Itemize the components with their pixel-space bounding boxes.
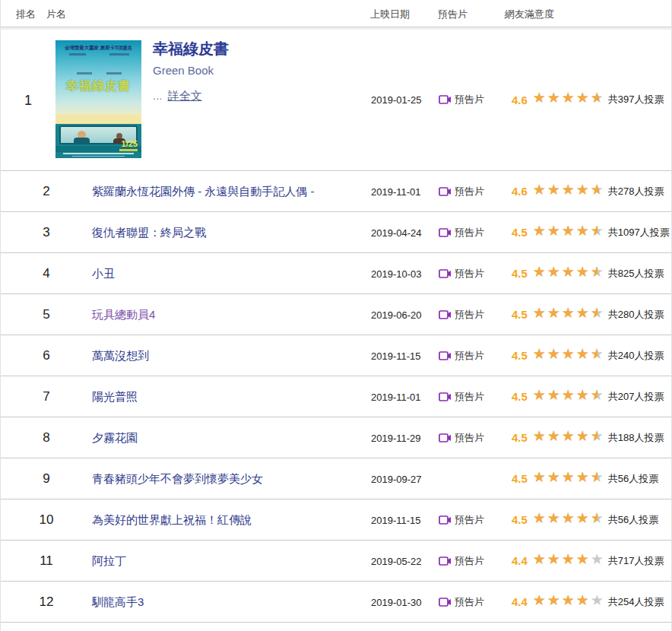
- star-full-icon: ★★: [562, 429, 576, 444]
- movie-title-link[interactable]: 陽光普照: [92, 389, 138, 402]
- video-camera-icon: [439, 268, 452, 279]
- star-half-icon: ★★: [591, 429, 605, 444]
- star-half-icon: ★★: [591, 306, 605, 321]
- star-half-icon: ★★: [591, 90, 605, 106]
- read-more-link[interactable]: 詳全文: [168, 89, 202, 102]
- satisfaction-cell: 4.4 ★★★★★★★★★★ 共717人投票: [512, 552, 670, 570]
- rank-number: 6: [31, 348, 62, 363]
- poster-title: 幸福綠皮書: [55, 78, 141, 94]
- video-camera-icon: [439, 515, 452, 525]
- poster-tagline: 金球獎最大贏家 奧斯卡5項提名: [59, 44, 138, 51]
- rating-value: 4.5: [512, 431, 528, 444]
- star-full-icon: ★★: [576, 306, 591, 321]
- star-rating: ★★★★★★★★★★: [533, 552, 605, 570]
- star-full-icon: ★★: [547, 90, 562, 106]
- poster-art-credit: [77, 72, 92, 75]
- star-full-icon: ★★: [562, 388, 576, 403]
- trailer-button[interactable]: 預告片: [439, 513, 484, 527]
- trailer-button[interactable]: 預告片: [439, 595, 484, 609]
- rank-number: 5: [31, 307, 62, 322]
- movie-title-link[interactable]: 紫羅蘭永恆花園外傳 - 永遠與自動手記人偶 -: [92, 184, 315, 197]
- satisfaction-cell: 4.6 ★★★★★★★★★★ 共397人投票: [512, 90, 670, 109]
- star-full-icon: ★★: [533, 552, 547, 567]
- table-row: 11 阿拉丁 2019-05-22 預告片 4.4 ★★★★★★★★★★ 共71…: [1, 541, 671, 582]
- vote-count: 共280人投票: [608, 308, 664, 322]
- poster-art-driver-body: [74, 138, 90, 144]
- trailer-button[interactable]: 預告片: [439, 308, 484, 322]
- rating-value: 4.4: [512, 554, 528, 567]
- release-date: 2019-11-15: [371, 350, 421, 361]
- poster-art-car: 1/25: [55, 124, 141, 158]
- poster-art-credit: [106, 72, 122, 75]
- star-full-icon: ★★: [547, 306, 562, 321]
- table-row: 6 萬萬沒想到 2019-11-15 預告片 4.5 ★★★★★★★★★★ 共2…: [1, 335, 671, 376]
- vote-count: 共1097人投票: [608, 226, 670, 239]
- trailer-button[interactable]: 預告片: [439, 267, 484, 281]
- satisfaction-cell: 4.5 ★★★★★★★★★★ 共207人投票: [512, 388, 670, 406]
- star-half-icon: ★★: [591, 182, 605, 198]
- movie-title-link[interactable]: 復仇者聯盟：終局之戰: [92, 225, 206, 238]
- video-camera-icon: [439, 350, 452, 361]
- star-full-icon: ★★: [547, 511, 562, 526]
- rating-value: 4.4: [512, 595, 528, 608]
- rank-number: 9: [31, 471, 62, 487]
- video-camera-icon: [439, 433, 452, 443]
- star-full-icon: ★★: [562, 224, 576, 239]
- movie-title-link[interactable]: 青春豬頭少年不會夢到懷夢美少女: [92, 471, 263, 484]
- table-row: 8 夕霧花園 2019-11-29 預告片 4.5 ★★★★★★★★★★ 共18…: [1, 417, 671, 458]
- star-empty-icon: ★★: [591, 552, 605, 567]
- star-rating: ★★★★★★★★★★: [533, 182, 605, 201]
- rating-value: 4.5: [512, 472, 528, 485]
- column-header-trailer: 預告片: [438, 8, 468, 21]
- vote-count: 共188人投票: [608, 431, 664, 445]
- trailer-button[interactable]: 預告片: [439, 185, 484, 198]
- movie-title-link[interactable]: 小丑: [92, 266, 115, 279]
- poster-art-credits-line: [72, 156, 125, 157]
- satisfaction-cell: 4.5 ★★★★★★★★★★ 共825人投票: [512, 265, 670, 283]
- trailer-button[interactable]: 預告片: [439, 431, 484, 445]
- trailer-button[interactable]: 預告片: [439, 349, 484, 363]
- movie-title-link[interactable]: 幸福綠皮書: [153, 39, 229, 59]
- trailer-label: 預告片: [455, 267, 484, 281]
- movie-ranking-table: 排名 片名 上映日期 預告片 網友滿意度 1 金球獎最大贏家 奧斯卡5項提名 幸…: [0, 0, 672, 631]
- movie-title-link[interactable]: 阿拉丁: [92, 553, 126, 566]
- star-full-icon: ★★: [533, 90, 547, 106]
- movie-title-link[interactable]: 為美好的世界獻上祝福！紅傳說: [92, 512, 252, 525]
- table-row: 10 為美好的世界獻上祝福！紅傳說 2019-11-15 預告片 4.5 ★★★…: [1, 499, 671, 541]
- movie-title-link[interactable]: 玩具總動員4: [92, 307, 155, 320]
- star-rating: ★★★★★★★★★★: [533, 347, 605, 365]
- vote-count: 共825人投票: [608, 267, 664, 281]
- poster-art-credit: [109, 53, 129, 55]
- table-row: 4 小丑 2019-10-03 預告片 4.5 ★★★★★★★★★★ 共825人…: [1, 253, 671, 294]
- table-row: 5 玩具總動員4 2019-06-20 預告片 4.5 ★★★★★★★★★★ 共…: [1, 294, 671, 335]
- star-full-icon: ★★: [562, 182, 576, 198]
- trailer-label: 預告片: [455, 308, 484, 322]
- movie-title-link[interactable]: 馴龍高手3: [92, 595, 144, 607]
- movie-title-link[interactable]: 夕霧花園: [92, 430, 138, 443]
- star-full-icon: ★★: [562, 306, 576, 321]
- movie-poster[interactable]: 金球獎最大贏家 奧斯卡5項提名 幸福綠皮書 1/25: [55, 40, 141, 158]
- trailer-button[interactable]: 預告片: [439, 93, 484, 106]
- star-full-icon: ★★: [533, 224, 547, 239]
- trailer-button[interactable]: 預告片: [439, 554, 484, 568]
- star-half-icon: ★★: [591, 265, 605, 280]
- movie-title-link[interactable]: 萬萬沒想到: [92, 348, 149, 361]
- poster-art-sky: [55, 40, 141, 115]
- satisfaction-cell: 4.4 ★★★★★★★★★★ 共254人投票: [512, 593, 670, 611]
- trailer-button[interactable]: 預告片: [439, 226, 484, 239]
- table-row: 2 紫羅蘭永恆花園外傳 - 永遠與自動手記人偶 - 2019-11-01 預告片…: [1, 171, 671, 212]
- star-full-icon: ★★: [562, 593, 576, 608]
- rank-number: 3: [31, 225, 62, 240]
- star-full-icon: ★★: [562, 90, 576, 106]
- satisfaction-cell: 4.5 ★★★★★★★★★★ 共56人投票: [512, 470, 670, 488]
- release-date: 2019-01-25: [371, 94, 422, 106]
- trailer-label: 預告片: [455, 554, 484, 568]
- star-rating: ★★★★★★★★★★: [533, 265, 605, 283]
- star-half-icon: ★★: [591, 388, 605, 403]
- rating-value: 4.5: [512, 267, 528, 280]
- video-camera-icon: [439, 392, 452, 402]
- vote-count: 共278人投票: [608, 185, 664, 198]
- star-full-icon: ★★: [562, 511, 576, 526]
- trailer-label: 預告片: [455, 185, 484, 198]
- trailer-button[interactable]: 預告片: [439, 390, 484, 404]
